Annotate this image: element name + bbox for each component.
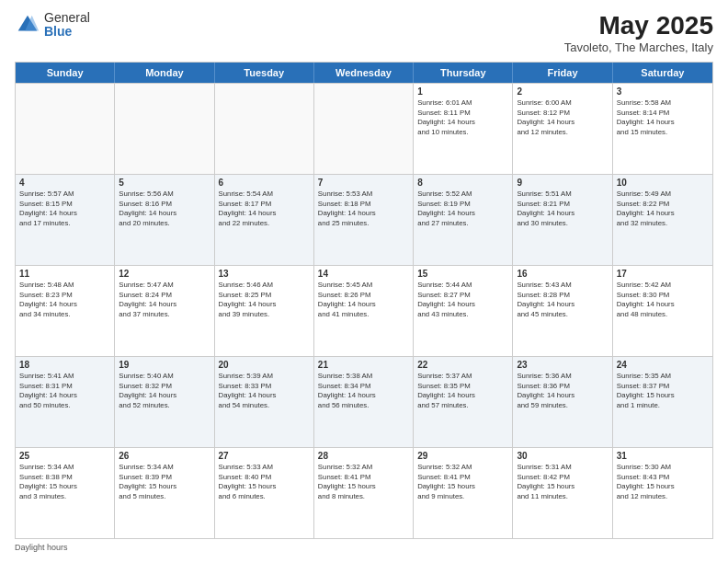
subtitle: Tavoleto, The Marches, Italy — [564, 40, 713, 54]
cal-row-1: 4Sunrise: 5:57 AM Sunset: 8:15 PM Daylig… — [16, 174, 712, 265]
cal-cell-day-22: 22Sunrise: 5:37 AM Sunset: 8:35 PM Dayli… — [414, 357, 513, 447]
day-info: Sunrise: 5:57 AM Sunset: 8:15 PM Dayligh… — [19, 190, 110, 228]
day-number: 19 — [119, 360, 210, 370]
day-number: 5 — [119, 178, 210, 188]
day-number: 16 — [517, 269, 608, 279]
day-info: Sunrise: 5:38 AM Sunset: 8:34 PM Dayligh… — [318, 372, 409, 410]
day-number: 13 — [219, 269, 310, 279]
cal-cell-day-17: 17Sunrise: 5:42 AM Sunset: 8:30 PM Dayli… — [613, 266, 712, 356]
cal-cell-day-5: 5Sunrise: 5:56 AM Sunset: 8:16 PM Daylig… — [115, 175, 214, 265]
day-number: 14 — [318, 269, 409, 279]
cal-cell-day-26: 26Sunrise: 5:34 AM Sunset: 8:39 PM Dayli… — [115, 448, 214, 538]
day-info: Sunrise: 5:47 AM Sunset: 8:24 PM Dayligh… — [119, 281, 210, 319]
day-number: 3 — [617, 86, 709, 97]
day-number: 12 — [119, 269, 210, 279]
logo-general-text: General — [44, 11, 90, 25]
cal-header-cell-saturday: Saturday — [613, 63, 712, 83]
day-info: Sunrise: 5:49 AM Sunset: 8:22 PM Dayligh… — [617, 190, 709, 228]
cal-cell-day-18: 18Sunrise: 5:41 AM Sunset: 8:31 PM Dayli… — [16, 357, 115, 447]
cal-cell-day-6: 6Sunrise: 5:54 AM Sunset: 8:17 PM Daylig… — [215, 175, 314, 265]
day-info: Sunrise: 5:46 AM Sunset: 8:25 PM Dayligh… — [219, 281, 310, 319]
day-number: 24 — [617, 360, 709, 370]
day-info: Sunrise: 5:45 AM Sunset: 8:26 PM Dayligh… — [318, 281, 409, 319]
legend-label: Daylight hours — [15, 543, 68, 552]
day-number: 1 — [417, 86, 508, 97]
day-info: Sunrise: 5:40 AM Sunset: 8:32 PM Dayligh… — [119, 372, 210, 410]
calendar-body: 1Sunrise: 6:01 AM Sunset: 8:11 PM Daylig… — [16, 83, 712, 538]
day-info: Sunrise: 5:41 AM Sunset: 8:31 PM Dayligh… — [19, 372, 110, 410]
day-info: Sunrise: 5:51 AM Sunset: 8:21 PM Dayligh… — [517, 190, 608, 228]
logo: General Blue — [15, 11, 90, 40]
day-number: 7 — [318, 178, 409, 188]
day-info: Sunrise: 6:01 AM Sunset: 8:11 PM Dayligh… — [417, 98, 508, 137]
day-info: Sunrise: 5:39 AM Sunset: 8:33 PM Dayligh… — [219, 372, 310, 410]
cal-row-2: 11Sunrise: 5:48 AM Sunset: 8:23 PM Dayli… — [16, 265, 712, 356]
day-info: Sunrise: 5:34 AM Sunset: 8:38 PM Dayligh… — [19, 463, 110, 501]
cal-header-cell-tuesday: Tuesday — [215, 63, 314, 83]
cal-cell-empty — [16, 84, 115, 174]
day-number: 20 — [219, 360, 310, 370]
day-number: 15 — [417, 269, 508, 279]
cal-cell-day-1: 1Sunrise: 6:01 AM Sunset: 8:11 PM Daylig… — [414, 84, 513, 174]
logo-text: General Blue — [44, 11, 90, 40]
day-number: 22 — [417, 360, 508, 370]
day-number: 30 — [517, 451, 608, 461]
cal-row-3: 18Sunrise: 5:41 AM Sunset: 8:31 PM Dayli… — [16, 356, 712, 447]
cal-cell-day-3: 3Sunrise: 5:58 AM Sunset: 8:14 PM Daylig… — [613, 84, 712, 174]
day-info: Sunrise: 5:53 AM Sunset: 8:18 PM Dayligh… — [318, 190, 409, 228]
day-number: 11 — [19, 269, 110, 279]
cal-cell-day-19: 19Sunrise: 5:40 AM Sunset: 8:32 PM Dayli… — [115, 357, 214, 447]
cal-cell-day-8: 8Sunrise: 5:52 AM Sunset: 8:19 PM Daylig… — [414, 175, 513, 265]
day-info: Sunrise: 5:56 AM Sunset: 8:16 PM Dayligh… — [119, 190, 210, 228]
cal-cell-day-13: 13Sunrise: 5:46 AM Sunset: 8:25 PM Dayli… — [215, 266, 314, 356]
cal-cell-empty — [115, 84, 214, 174]
day-info: Sunrise: 5:58 AM Sunset: 8:14 PM Dayligh… — [617, 98, 709, 137]
cal-header-cell-thursday: Thursday — [414, 63, 513, 83]
cal-cell-day-11: 11Sunrise: 5:48 AM Sunset: 8:23 PM Dayli… — [16, 266, 115, 356]
day-number: 26 — [119, 451, 210, 461]
day-number: 4 — [19, 178, 110, 188]
cal-header-cell-monday: Monday — [115, 63, 214, 83]
day-number: 21 — [318, 360, 409, 370]
cal-cell-day-31: 31Sunrise: 5:30 AM Sunset: 8:43 PM Dayli… — [613, 448, 712, 538]
day-info: Sunrise: 6:00 AM Sunset: 8:12 PM Dayligh… — [517, 98, 608, 137]
logo-icon — [15, 12, 40, 38]
cal-cell-day-29: 29Sunrise: 5:32 AM Sunset: 8:41 PM Dayli… — [414, 448, 513, 538]
day-info: Sunrise: 5:43 AM Sunset: 8:28 PM Dayligh… — [517, 281, 608, 319]
cal-cell-day-15: 15Sunrise: 5:44 AM Sunset: 8:27 PM Dayli… — [414, 266, 513, 356]
calendar-header: SundayMondayTuesdayWednesdayThursdayFrid… — [16, 63, 712, 83]
calendar: SundayMondayTuesdayWednesdayThursdayFrid… — [15, 62, 713, 539]
day-info: Sunrise: 5:42 AM Sunset: 8:30 PM Dayligh… — [617, 281, 709, 319]
day-number: 29 — [417, 451, 508, 461]
title-block: May 2025 Tavoleto, The Marches, Italy — [564, 11, 713, 54]
day-number: 2 — [517, 86, 608, 97]
day-number: 6 — [219, 178, 310, 188]
cal-cell-day-7: 7Sunrise: 5:53 AM Sunset: 8:18 PM Daylig… — [314, 175, 414, 265]
cal-header-cell-wednesday: Wednesday — [314, 63, 414, 83]
day-info: Sunrise: 5:52 AM Sunset: 8:19 PM Dayligh… — [417, 190, 508, 228]
day-info: Sunrise: 5:44 AM Sunset: 8:27 PM Dayligh… — [417, 281, 508, 319]
day-info: Sunrise: 5:54 AM Sunset: 8:17 PM Dayligh… — [219, 190, 310, 228]
day-info: Sunrise: 5:33 AM Sunset: 8:40 PM Dayligh… — [219, 463, 310, 501]
cal-cell-empty — [314, 84, 414, 174]
cal-cell-day-2: 2Sunrise: 6:00 AM Sunset: 8:12 PM Daylig… — [513, 84, 612, 174]
main-title: May 2025 — [564, 11, 713, 40]
cal-cell-day-10: 10Sunrise: 5:49 AM Sunset: 8:22 PM Dayli… — [613, 175, 712, 265]
day-number: 28 — [318, 451, 409, 461]
day-info: Sunrise: 5:35 AM Sunset: 8:37 PM Dayligh… — [617, 372, 709, 410]
page: General Blue May 2025 Tavoleto, The Marc… — [0, 0, 728, 563]
cal-cell-day-4: 4Sunrise: 5:57 AM Sunset: 8:15 PM Daylig… — [16, 175, 115, 265]
cal-row-0: 1Sunrise: 6:01 AM Sunset: 8:11 PM Daylig… — [16, 83, 712, 174]
logo-blue-text: Blue — [44, 25, 90, 39]
day-info: Sunrise: 5:32 AM Sunset: 8:41 PM Dayligh… — [417, 463, 508, 501]
day-info: Sunrise: 5:34 AM Sunset: 8:39 PM Dayligh… — [119, 463, 210, 501]
cal-cell-day-24: 24Sunrise: 5:35 AM Sunset: 8:37 PM Dayli… — [613, 357, 712, 447]
day-number: 10 — [617, 178, 709, 188]
day-info: Sunrise: 5:37 AM Sunset: 8:35 PM Dayligh… — [417, 372, 508, 410]
cal-cell-day-9: 9Sunrise: 5:51 AM Sunset: 8:21 PM Daylig… — [513, 175, 612, 265]
cal-cell-day-27: 27Sunrise: 5:33 AM Sunset: 8:40 PM Dayli… — [215, 448, 314, 538]
day-number: 25 — [19, 451, 110, 461]
cal-cell-day-14: 14Sunrise: 5:45 AM Sunset: 8:26 PM Dayli… — [314, 266, 414, 356]
cal-cell-day-30: 30Sunrise: 5:31 AM Sunset: 8:42 PM Dayli… — [513, 448, 612, 538]
cal-cell-day-23: 23Sunrise: 5:36 AM Sunset: 8:36 PM Dayli… — [513, 357, 612, 447]
